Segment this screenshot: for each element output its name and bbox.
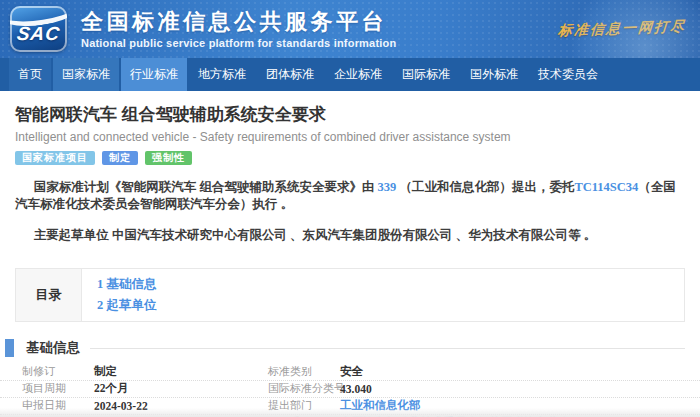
- basic-info-section: 基础信息 制修订 制定 标准类别 安全 项目周期 22个月 国际标准分类号 43…: [0, 339, 700, 417]
- basic-info-title: 基础信息: [26, 339, 80, 357]
- info-label-project-cycle: 项目周期: [22, 381, 94, 396]
- info-value-project-cycle: 22个月: [94, 381, 268, 396]
- info-label-ics-number: 国际标准分类号: [268, 381, 340, 396]
- nav-item-national-standards[interactable]: 国家标准: [53, 58, 119, 91]
- nav-item-international-standards[interactable]: 国际标准: [393, 58, 459, 91]
- info-value-revision-type: 制定: [94, 364, 268, 379]
- toc-link-drafting-units[interactable]: 2 起草单位: [97, 297, 156, 314]
- site-title-block: 全国标准信息公共服务平台 National public service pla…: [81, 9, 396, 49]
- toc-label: 目录: [16, 269, 82, 321]
- tag-mandatory: 强制性: [145, 151, 192, 165]
- site-subtitle: National public service platform for sta…: [81, 37, 396, 49]
- logo-text: SAC: [15, 23, 61, 45]
- info-value-standard-category: 安全: [340, 364, 700, 379]
- info-value-declare-date: 2024-03-22: [94, 400, 268, 412]
- info-value-ics-number: 43.040: [340, 383, 700, 395]
- nav-item-local-standards[interactable]: 地方标准: [189, 58, 255, 91]
- sac-logo[interactable]: SAC: [10, 6, 67, 52]
- main-nav: 首页 国家标准 行业标准 地方标准 团体标准 企业标准 国际标准 国外标准 技术…: [0, 58, 700, 91]
- nav-item-technical-committee[interactable]: 技术委员会: [529, 58, 607, 91]
- site-header: SAC 全国标准信息公共服务平台 National public service…: [0, 0, 700, 58]
- basic-info-table: 制修订 制定 标准类别 安全 项目周期 22个月 国际标准分类号 43.040 …: [0, 364, 700, 417]
- toc-links: 1 基础信息 2 起草单位: [82, 269, 156, 321]
- nav-item-group-standards[interactable]: 团体标准: [257, 58, 323, 91]
- tag-formulate: 制定: [102, 151, 138, 165]
- link-tc114sc34[interactable]: TC114SC34: [574, 180, 638, 194]
- tag-national-standard-project: 国家标准项目: [15, 151, 95, 165]
- nav-item-enterprise-standards[interactable]: 企业标准: [325, 58, 391, 91]
- table-row: 申报日期 2024-03-22 提出部门 工业和信息化部: [0, 398, 700, 415]
- standards-platform-page: SAC 全国标准信息公共服务平台 National public service…: [0, 0, 700, 417]
- site-slogan-calligraphy: 标准信息一网打尽: [557, 18, 686, 41]
- site-title: 全国标准信息公共服务平台: [81, 9, 396, 35]
- paragraph1-text-2: （工业和信息化部）提出，委托: [396, 180, 574, 194]
- info-label-standard-category: 标准类别: [268, 364, 340, 379]
- table-row: 项目周期 22个月 国际标准分类号 43.040: [0, 381, 700, 398]
- info-label-declare-date: 申报日期: [22, 398, 94, 413]
- plan-description-paragraph: 国家标准计划《智能网联汽车 组合驾驶辅助系统安全要求》由 339 （工业和信息化…: [15, 179, 685, 213]
- tag-row: 国家标准项目 制定 强制性: [0, 144, 700, 165]
- nav-item-home[interactable]: 首页: [9, 58, 51, 91]
- table-row: 制修订 制定 标准类别 安全: [0, 364, 700, 381]
- paragraph1-text-1: 国家标准计划《智能网联汽车 组合驾驶辅助系统安全要求》由: [34, 180, 378, 194]
- basic-info-header: 基础信息: [0, 339, 700, 358]
- toc-link-basic-info[interactable]: 1 基础信息: [97, 276, 156, 293]
- nav-item-foreign-standards[interactable]: 国外标准: [461, 58, 527, 91]
- section-accent-bar: [5, 339, 14, 357]
- nav-item-industry-standards[interactable]: 行业标准: [121, 58, 187, 91]
- drafting-units-paragraph: 主要起草单位 中国汽车技术研究中心有限公司 、东风汽车集团股份有限公司 、华为技…: [15, 227, 685, 244]
- section-divider-line: [90, 348, 685, 349]
- toc-box: 目录 1 基础信息 2 起草单位: [15, 268, 685, 322]
- standard-title: 智能网联汽车 组合驾驶辅助系统安全要求: [0, 91, 700, 126]
- standard-title-english: Intelligent and connected vehicle - Safe…: [0, 126, 700, 144]
- link-department-339[interactable]: 339: [378, 180, 397, 194]
- info-label-revision-type: 制修订: [22, 364, 94, 379]
- info-link-proposing-department[interactable]: 工业和信息化部: [340, 398, 700, 413]
- info-label-proposing-department: 提出部门: [268, 398, 340, 413]
